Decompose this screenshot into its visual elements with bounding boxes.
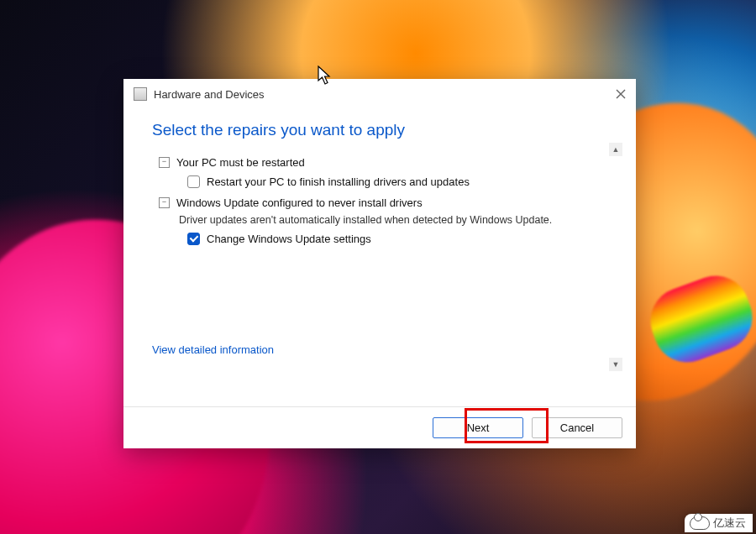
troubleshooter-dialog: Hardware and Devices Select the repairs … [123, 79, 636, 448]
watermark: 亿速云 [685, 514, 753, 532]
repair-group-restart: − Your PC must be restarted Restart your… [159, 156, 596, 188]
instruction-heading: Select the repairs you want to apply [152, 121, 612, 139]
checkbox-icon[interactable] [187, 175, 200, 188]
repair-option-restart[interactable]: Restart your PC to finish installing dri… [187, 175, 596, 188]
close-icon[interactable] [614, 87, 627, 101]
dialog-titlebar: Hardware and Devices [123, 79, 636, 106]
app-icon [134, 87, 147, 101]
scrollbar[interactable]: ▲ ▼ [609, 143, 622, 371]
scroll-down-icon[interactable]: ▼ [609, 358, 622, 371]
repairs-list: − Your PC must be restarted Restart your… [152, 156, 612, 245]
cancel-button[interactable]: Cancel [532, 417, 622, 438]
group-title: Windows Update configured to never insta… [176, 196, 423, 209]
option-label: Change Windows Update settings [207, 233, 371, 245]
checkbox-icon[interactable] [187, 233, 200, 245]
dialog-content: Select the repairs you want to apply − Y… [123, 106, 636, 406]
repair-group-windows-update: − Windows Update configured to never ins… [159, 196, 596, 245]
repair-option-update-settings[interactable]: Change Windows Update settings [187, 233, 596, 245]
dialog-title: Hardware and Devices [154, 88, 614, 101]
cloud-icon [690, 516, 710, 530]
dialog-footer: Next Cancel [123, 406, 636, 448]
scroll-up-icon[interactable]: ▲ [609, 143, 622, 156]
next-button[interactable]: Next [433, 417, 523, 438]
group-header[interactable]: − Your PC must be restarted [159, 156, 596, 169]
group-title: Your PC must be restarted [176, 156, 305, 169]
group-description: Driver updates aren't automatically inst… [179, 214, 596, 226]
collapse-toggle-icon[interactable]: − [159, 197, 170, 208]
group-header[interactable]: − Windows Update configured to never ins… [159, 196, 596, 209]
watermark-text: 亿速云 [713, 516, 746, 531]
collapse-toggle-icon[interactable]: − [159, 157, 170, 168]
option-label: Restart your PC to finish installing dri… [207, 175, 470, 188]
view-details-link[interactable]: View detailed information [152, 343, 274, 356]
